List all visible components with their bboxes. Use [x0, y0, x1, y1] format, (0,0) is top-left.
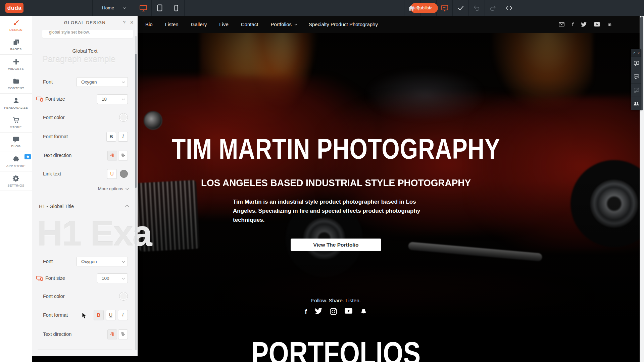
- underline-button[interactable]: U: [106, 310, 116, 320]
- font-color-label: Font color: [43, 294, 64, 299]
- portfolios-title: PORTFOLIOS: [93, 334, 579, 362]
- code-icon: [505, 5, 513, 11]
- youtube-icon[interactable]: [594, 22, 600, 27]
- sidebar-item-pages[interactable]: PAGES: [0, 35, 32, 55]
- global-design-panel: GLOBAL DESIGN ? × global style set below…: [32, 16, 138, 356]
- nav-item-listen[interactable]: Listen: [165, 21, 179, 27]
- page-selector-label: Home: [102, 5, 114, 10]
- tablet-icon: [157, 4, 162, 11]
- sidebar-item-label: PERSONALIZE: [4, 106, 28, 109]
- panel-scrollbar-thumb[interactable]: [135, 54, 137, 188]
- site-nav-items: Bio Listen Gallery Live Contact Portfoli…: [145, 16, 378, 33]
- link-underline-button[interactable]: U: [107, 169, 117, 179]
- sidebar-item-personalize[interactable]: PERSONALIZE: [0, 94, 32, 113]
- add-comment-button[interactable]: [631, 56, 641, 70]
- help-icon[interactable]: ?: [123, 20, 126, 25]
- bold-button[interactable]: B: [94, 310, 104, 320]
- ltr-direction-button[interactable]: [107, 329, 117, 339]
- hero-title: TIM MARTIN PHOTOGRAPHY: [93, 132, 579, 165]
- linkedin-icon[interactable]: in: [607, 22, 611, 27]
- chevron-up-icon: [125, 205, 129, 209]
- text-direction-buttons: [107, 151, 128, 160]
- link-color-swatch[interactable]: [120, 170, 128, 178]
- nav-item-gallery[interactable]: Gallery: [191, 21, 207, 27]
- folder-icon: [12, 77, 20, 85]
- youtube-icon[interactable]: [345, 308, 352, 314]
- font-size-select[interactable]: 18: [97, 94, 128, 104]
- h1-section-header[interactable]: H1 - Global Title: [39, 204, 129, 209]
- h1-font-size-select[interactable]: 100: [97, 273, 128, 283]
- close-icon[interactable]: ×: [130, 19, 134, 26]
- nav-item-contact[interactable]: Contact: [241, 21, 258, 27]
- font-format-label: Font format: [43, 312, 68, 318]
- nav-label: Specialty Product Photography: [309, 21, 378, 27]
- h1-font-select[interactable]: Oxygen: [77, 257, 128, 266]
- global-text-heading: Global Text: [32, 48, 138, 54]
- sidebar-item-app-store[interactable]: APP STORE: [0, 152, 32, 171]
- dev-mode-button[interactable]: [501, 0, 517, 16]
- sidebar-item-widgets[interactable]: WIDGETS: [0, 55, 32, 74]
- nav-item-bio[interactable]: Bio: [145, 21, 153, 27]
- font-row: Font Oxygen: [43, 77, 128, 87]
- link-text-row: Link text U: [43, 169, 128, 179]
- undo-button[interactable]: [468, 0, 485, 16]
- sidebar-item-content[interactable]: CONTENT: [0, 74, 32, 94]
- nav-label: Gallery: [191, 21, 207, 27]
- desktop-icon: [139, 4, 147, 12]
- sidebar-item-settings[interactable]: SETTINGS: [0, 171, 32, 191]
- ltr-direction-button[interactable]: [107, 151, 117, 160]
- sidebar-item-blog[interactable]: BLOG: [0, 133, 32, 152]
- rtl-direction-button[interactable]: [118, 329, 128, 339]
- close-icon[interactable]: ×: [638, 51, 640, 55]
- twitter-icon[interactable]: [315, 308, 322, 314]
- facebook-icon[interactable]: f: [572, 21, 574, 27]
- font-size-label: Font size: [36, 96, 65, 102]
- sidebar-item-design[interactable]: DESIGN: [0, 16, 32, 35]
- cart-icon: [12, 116, 20, 124]
- topbar-right-group: Preview Publish Help: [404, 0, 644, 16]
- h1-font-color-swatch[interactable]: [119, 292, 128, 301]
- tablet-view-button[interactable]: [151, 0, 168, 16]
- sidebar-item-label: PAGES: [10, 47, 21, 51]
- hide-comments-button[interactable]: [631, 83, 641, 97]
- italic-button[interactable]: I: [118, 310, 128, 320]
- h1-font-row: Font Oxygen: [43, 256, 128, 266]
- snapchat-icon[interactable]: [360, 308, 367, 315]
- hero-description: Tim Martin is an industrial style produc…: [233, 197, 426, 224]
- collaborators-button[interactable]: [631, 97, 641, 110]
- instagram-icon[interactable]: [330, 308, 337, 315]
- mobile-view-button[interactable]: [168, 0, 184, 16]
- approve-button[interactable]: [452, 0, 468, 16]
- font-label: Font: [43, 79, 53, 85]
- sidebar-item-store[interactable]: STORE: [0, 113, 32, 133]
- email-icon[interactable]: [559, 22, 564, 27]
- comments-button[interactable]: [631, 70, 641, 83]
- facebook-icon[interactable]: f: [305, 308, 307, 315]
- font-select[interactable]: Oxygen: [77, 77, 128, 87]
- twitter-icon[interactable]: [581, 22, 587, 27]
- person-icon: [12, 97, 20, 104]
- nav-item-specialty[interactable]: Specialty Product Photography: [309, 21, 378, 27]
- italic-button[interactable]: I: [118, 132, 128, 142]
- redo-button[interactable]: [485, 0, 501, 16]
- paragraph-preview: Paragraph example: [42, 55, 115, 64]
- rtl-direction-button[interactable]: [118, 151, 128, 160]
- help-icon[interactable]: ?: [633, 51, 635, 55]
- bold-button[interactable]: B: [106, 132, 116, 142]
- duda-logo[interactable]: duda: [5, 3, 23, 13]
- font-size-label: Font size: [36, 275, 65, 281]
- divider: [38, 198, 132, 198]
- nav-item-portfolios[interactable]: Portfolios: [270, 21, 296, 27]
- more-options-link[interactable]: More options: [98, 186, 128, 191]
- chevron-down-icon: [126, 187, 129, 190]
- font-value: Oxygen: [81, 259, 97, 264]
- view-portfolio-button[interactable]: View The Portfolio: [291, 239, 381, 251]
- sidebar-item-label: APP STORE: [6, 164, 26, 168]
- page-selector-dropdown[interactable]: Home: [92, 0, 135, 16]
- pilcrow-rtl-icon: [120, 332, 126, 337]
- nav-item-live[interactable]: Live: [219, 21, 229, 27]
- font-color-swatch[interactable]: [119, 113, 128, 122]
- desktop-view-button[interactable]: [135, 0, 151, 16]
- link-text-controls: U: [107, 169, 128, 179]
- dashboard-home-button[interactable]: [404, 0, 418, 16]
